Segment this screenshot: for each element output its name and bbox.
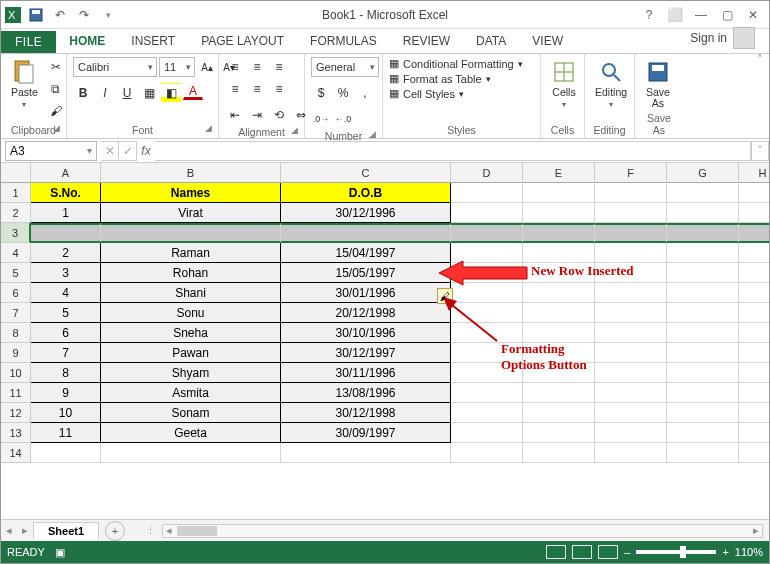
cell[interactable]: 30/10/1996	[281, 323, 451, 343]
cell[interactable]	[523, 243, 595, 263]
cell[interactable]	[739, 403, 770, 423]
tab-formulas[interactable]: FORMULAS	[297, 29, 390, 53]
cell[interactable]	[31, 223, 101, 243]
font-size-combo[interactable]: 11	[159, 57, 195, 77]
cell[interactable]	[595, 423, 667, 443]
cell[interactable]	[451, 403, 523, 423]
cell[interactable]: Shani	[101, 283, 281, 303]
decrease-indent-icon[interactable]: ⇤	[225, 105, 245, 125]
number-format-combo[interactable]: General	[311, 57, 379, 77]
align-top-icon[interactable]: ≡	[225, 57, 245, 77]
cell[interactable]	[523, 203, 595, 223]
cell[interactable]	[667, 403, 739, 423]
col-header-E[interactable]: E	[523, 163, 595, 183]
row-header-9[interactable]: 9	[1, 343, 31, 363]
cell[interactable]	[451, 303, 523, 323]
cell[interactable]	[451, 223, 523, 243]
cell[interactable]: Sneha	[101, 323, 281, 343]
cell[interactable]	[451, 343, 523, 363]
cell[interactable]	[451, 203, 523, 223]
italic-button[interactable]: I	[95, 83, 115, 103]
cell[interactable]	[667, 283, 739, 303]
cell[interactable]: 13/08/1996	[281, 383, 451, 403]
cell[interactable]: S.No.	[31, 183, 101, 203]
fx-icon[interactable]: fx	[137, 144, 155, 158]
tab-review[interactable]: REVIEW	[390, 29, 463, 53]
currency-icon[interactable]: $	[311, 83, 331, 103]
cell[interactable]: 15/04/1997	[281, 243, 451, 263]
cell-styles-button[interactable]: ▦Cell Styles▾	[389, 87, 523, 100]
cell[interactable]	[281, 443, 451, 463]
cell[interactable]	[595, 263, 667, 283]
cell[interactable]	[739, 383, 770, 403]
col-header-C[interactable]: C	[281, 163, 451, 183]
cell[interactable]	[739, 283, 770, 303]
tab-view[interactable]: VIEW	[519, 29, 576, 53]
cell[interactable]	[667, 443, 739, 463]
cell[interactable]: Pawan	[101, 343, 281, 363]
bold-button[interactable]: B	[73, 83, 93, 103]
cell[interactable]: 30/12/1996	[281, 203, 451, 223]
formula-bar-expand-icon[interactable]: ˅	[751, 141, 769, 161]
cell[interactable]	[739, 423, 770, 443]
tab-file[interactable]: FILE	[1, 31, 56, 53]
cell[interactable]	[523, 383, 595, 403]
cell[interactable]	[523, 403, 595, 423]
grid[interactable]: ABCDEFGH S.No.NamesD.O.B1Virat30/12/1996…	[31, 163, 770, 463]
cell[interactable]	[595, 183, 667, 203]
cell[interactable]	[739, 443, 770, 463]
cell[interactable]	[595, 403, 667, 423]
row-header-1[interactable]: 1	[1, 183, 31, 203]
number-dialog-icon[interactable]: ◢	[369, 129, 376, 139]
font-dialog-icon[interactable]: ◢	[205, 123, 212, 133]
cell[interactable]	[667, 363, 739, 383]
cell[interactable]: 8	[31, 363, 101, 383]
orientation-icon[interactable]: ⟲	[269, 105, 289, 125]
cell[interactable]: Asmita	[101, 383, 281, 403]
cell[interactable]	[667, 203, 739, 223]
cell[interactable]	[739, 203, 770, 223]
cell[interactable]	[667, 323, 739, 343]
cell[interactable]	[667, 423, 739, 443]
alignment-dialog-icon[interactable]: ◢	[291, 125, 298, 135]
sheet-tab-1[interactable]: Sheet1	[33, 522, 99, 539]
cell[interactable]	[595, 323, 667, 343]
conditional-formatting-button[interactable]: ▦Conditional Formatting▾	[389, 57, 523, 70]
increase-decimal-icon[interactable]: .0→	[311, 109, 331, 129]
row-header-2[interactable]: 2	[1, 203, 31, 223]
align-center-icon[interactable]: ≡	[247, 79, 267, 99]
cell[interactable]: Raman	[101, 243, 281, 263]
zoom-out-icon[interactable]: –	[624, 546, 630, 558]
cell[interactable]: Names	[101, 183, 281, 203]
cell[interactable]	[739, 363, 770, 383]
cell[interactable]	[523, 223, 595, 243]
format-painter-icon[interactable]: 🖌	[46, 101, 66, 121]
col-header-G[interactable]: G	[667, 163, 739, 183]
cell[interactable]	[595, 303, 667, 323]
undo-icon[interactable]: ↶	[49, 4, 71, 26]
cell[interactable]	[101, 223, 281, 243]
cell[interactable]: 30/12/1997	[281, 343, 451, 363]
decrease-decimal-icon[interactable]: ←.0	[333, 109, 353, 129]
cell[interactable]: Geeta	[101, 423, 281, 443]
cell[interactable]: Shyam	[101, 363, 281, 383]
horizontal-scrollbar[interactable]: ◂▸	[162, 524, 763, 538]
cell[interactable]: 20/12/1998	[281, 303, 451, 323]
cell[interactable]	[739, 323, 770, 343]
cell[interactable]	[739, 343, 770, 363]
cell[interactable]	[667, 223, 739, 243]
cell[interactable]	[595, 283, 667, 303]
comma-icon[interactable]: ,	[355, 83, 375, 103]
cell[interactable]	[595, 443, 667, 463]
cell[interactable]	[451, 443, 523, 463]
row-header-10[interactable]: 10	[1, 363, 31, 383]
row-header-11[interactable]: 11	[1, 383, 31, 403]
cell[interactable]	[523, 363, 595, 383]
editing-button[interactable]: Editing ▾	[591, 57, 631, 111]
align-left-icon[interactable]: ≡	[225, 79, 245, 99]
col-header-H[interactable]: H	[739, 163, 770, 183]
tab-insert[interactable]: INSERT	[118, 29, 188, 53]
row-header-7[interactable]: 7	[1, 303, 31, 323]
cell[interactable]	[451, 363, 523, 383]
col-header-A[interactable]: A	[31, 163, 101, 183]
